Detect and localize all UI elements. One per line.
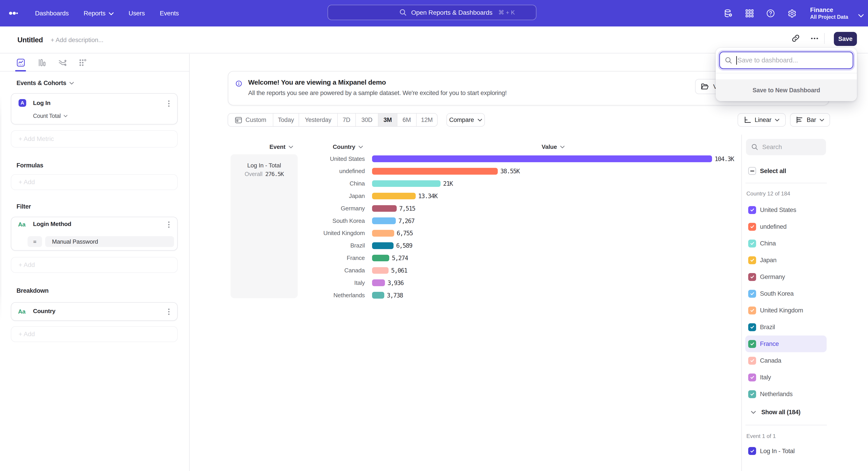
bar-value-label: 38.55K: [500, 168, 520, 175]
country-checkbox-netherlands[interactable]: Netherlands: [745, 386, 827, 403]
bar-south-korea[interactable]: [372, 217, 396, 224]
range-3m[interactable]: 3M: [378, 114, 397, 126]
calendar-icon: [235, 116, 242, 124]
copy-link-icon[interactable]: [792, 34, 800, 42]
filter-value[interactable]: Manual Password: [45, 236, 174, 247]
column-header-country[interactable]: Country: [333, 143, 363, 150]
filter-operator[interactable]: =: [28, 236, 42, 247]
column-header-event[interactable]: Event: [270, 143, 293, 150]
bar-canada[interactable]: [372, 267, 389, 274]
project-switcher[interactable]: Finance All Project Data: [810, 0, 848, 27]
range-custom[interactable]: Custom: [228, 114, 273, 126]
select-all-checkbox[interactable]: Select all: [748, 167, 786, 175]
tab-bars-icon[interactable]: [38, 58, 46, 67]
metric-event-name[interactable]: Log In: [33, 99, 51, 107]
tab-retention-icon[interactable]: [79, 58, 87, 67]
filter-card-login-method[interactable]: Aa Login Method = Manual Password: [11, 217, 178, 251]
bar-category-label: undefined: [298, 168, 365, 175]
country-checkbox-united-states[interactable]: United States: [745, 202, 827, 218]
range-6m[interactable]: 6M: [397, 114, 416, 126]
settings-gear-icon[interactable]: [787, 9, 797, 18]
help-icon[interactable]: [766, 9, 775, 18]
breakdown-options-kebab-icon[interactable]: [168, 308, 170, 315]
bar-undefined[interactable]: [372, 168, 498, 175]
filter-property-name[interactable]: Login Method: [33, 220, 71, 228]
country-label: France: [760, 340, 779, 348]
tab-insights-line-icon[interactable]: [17, 58, 25, 67]
column-header-value[interactable]: Value: [541, 143, 565, 150]
data-management-icon[interactable]: [724, 9, 733, 18]
bar-netherlands[interactable]: [372, 292, 384, 299]
bar-japan[interactable]: [372, 193, 415, 200]
bar-germany[interactable]: [372, 205, 397, 212]
breakdown-card-country[interactable]: Aa Country: [11, 302, 178, 321]
select-all-label: Select all: [760, 168, 786, 175]
country-checkbox-china[interactable]: China: [745, 235, 827, 252]
aggregation-selector[interactable]: Count Total: [33, 113, 68, 119]
bar-china[interactable]: [372, 180, 440, 187]
checked-checkbox-icon: [748, 223, 756, 231]
country-checkbox-canada[interactable]: Canada: [745, 352, 827, 369]
country-checkbox-japan[interactable]: Japan: [745, 252, 827, 268]
country-checkbox-united-kingdom[interactable]: United Kingdom: [745, 302, 827, 319]
overall-value: 276.5K: [265, 171, 283, 177]
bar-france[interactable]: [372, 255, 389, 262]
event-checkbox-log-in-total[interactable]: Log In - Total: [748, 447, 795, 455]
filter-options-kebab-icon[interactable]: [168, 222, 170, 228]
country-checkbox-undefined[interactable]: undefined: [745, 218, 827, 235]
breakdown-property-name[interactable]: Country: [33, 308, 55, 315]
save-dashboard-search-input[interactable]: Save to dashboard...: [719, 52, 853, 69]
column-label: Event: [270, 143, 285, 150]
chart-type-button[interactable]: Bar: [790, 113, 830, 127]
folder-open-icon: [701, 83, 709, 90]
nav-item-dashboards[interactable]: Dashboards: [35, 10, 69, 17]
formulas-label: Formulas: [17, 162, 43, 169]
tab-flows-icon[interactable]: [58, 58, 67, 67]
country-checkbox-france[interactable]: France: [745, 335, 827, 352]
show-all-toggle[interactable]: Show all (184): [751, 409, 800, 416]
scale-selector-button[interactable]: Linear: [738, 113, 786, 127]
bar-united-kingdom[interactable]: [372, 230, 394, 237]
add-filter-button[interactable]: + Add: [11, 257, 178, 273]
range-today[interactable]: Today: [273, 114, 299, 126]
nav-item-users[interactable]: Users: [129, 10, 145, 17]
metric-letter-badge: A: [19, 99, 26, 107]
country-checkbox-south-korea[interactable]: South Korea: [745, 285, 827, 302]
add-description-field[interactable]: + Add description...: [51, 36, 103, 44]
country-label: Brazil: [760, 324, 775, 331]
events-cohorts-heading[interactable]: Events & Cohorts: [17, 80, 74, 87]
range-7d[interactable]: 7D: [338, 114, 356, 126]
global-search-button[interactable]: Open Reports & Dashboards ⌘ + K: [328, 5, 536, 20]
nav-item-reports[interactable]: Reports: [84, 10, 114, 17]
report-title[interactable]: Untitled: [18, 36, 43, 44]
apps-grid-icon[interactable]: [745, 9, 754, 18]
range-30d[interactable]: 30D: [356, 114, 378, 126]
range-12m[interactable]: 12M: [416, 114, 437, 126]
range-yesterday[interactable]: Yesterday: [299, 114, 338, 126]
range-label: 7D: [343, 117, 350, 123]
country-checkbox-italy[interactable]: Italy: [745, 369, 827, 386]
add-formula-button[interactable]: + Add: [11, 174, 178, 190]
compare-button[interactable]: Compare: [446, 113, 485, 127]
bar-united-states[interactable]: [372, 155, 712, 162]
add-breakdown-button[interactable]: + Add: [11, 326, 178, 342]
overall-label: Overall: [245, 171, 262, 177]
country-checkbox-brazil[interactable]: Brazil: [745, 319, 827, 335]
event-total-cell[interactable]: Log In - Total Overall276.5K: [230, 154, 298, 298]
add-metric-button[interactable]: + Add Metric: [11, 130, 178, 147]
save-button[interactable]: Save: [834, 32, 857, 46]
bar-value-label: 5,061: [391, 267, 407, 274]
nav-item-events[interactable]: Events: [160, 10, 179, 17]
save-to-new-dashboard-button[interactable]: Save to New Dashboard: [752, 87, 820, 94]
mixpanel-logo-icon[interactable]: [9, 0, 18, 27]
metric-options-kebab-icon[interactable]: [168, 100, 170, 107]
more-options-icon[interactable]: [811, 35, 819, 42]
bar-italy[interactable]: [372, 279, 385, 286]
checkmark-icon: [750, 358, 755, 363]
country-checkbox-germany[interactable]: Germany: [745, 268, 827, 285]
filter-search-input[interactable]: Search: [746, 139, 826, 155]
chevron-down-icon: [775, 119, 779, 122]
bar-brazil[interactable]: [372, 242, 394, 249]
metric-card-log-in[interactable]: A Log In Count Total: [11, 93, 178, 124]
chart-type-label: Bar: [807, 117, 816, 123]
